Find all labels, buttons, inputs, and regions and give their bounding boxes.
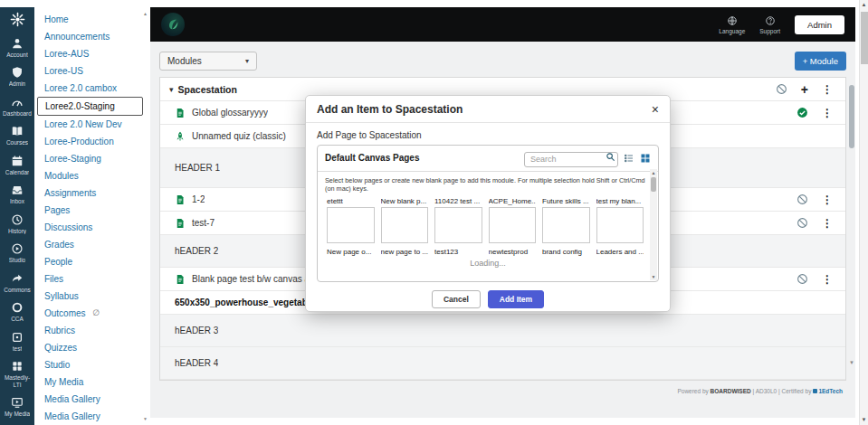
list-view-icon[interactable] [624,153,634,164]
sidebar-item-media-gallery[interactable]: Media Gallery [34,391,150,408]
unpublished-icon[interactable] [776,83,787,95]
sidebar-item-studio[interactable]: Studio [34,356,150,373]
unpublished-icon[interactable] [796,217,808,229]
cancel-button[interactable]: Cancel [432,290,481,308]
rail-item-cca[interactable]: CCA [0,297,34,326]
hidden-icon: ∅ [93,308,100,319]
sidebar-item-syllabus[interactable]: Syllabus [34,288,150,305]
sidebar-scroll-down-icon[interactable]: ▼ [143,416,148,421]
page-card-title: ACPE_Home... [489,197,537,205]
sidebar-item-loree-2-0-cambox[interactable]: Loree 2.0 cambox [34,80,150,97]
sidebar-item-rubrics[interactable]: Rubrics [34,322,150,339]
close-icon[interactable]: × [652,102,659,117]
page-card-title: etettt [327,197,375,205]
rail-item-label: Studio [9,257,25,263]
page-card[interactable]: etettt [327,197,375,243]
sidebar-item-my-media[interactable]: My Media [34,373,150,391]
rail-item-test[interactable]: test [0,326,34,355]
sidebar-item-quizzes[interactable]: Quizzes [34,339,150,356]
rail-item-history[interactable]: History [0,209,34,238]
page-card[interactable]: newtestprod [489,248,537,256]
search-input[interactable] [524,152,618,167]
collapse-caret-icon[interactable]: ▾ [169,85,174,94]
panel-scrollbar[interactable]: ▲ ▼ [650,169,657,280]
sidebar-scroll-up-icon[interactable]: ▲ [143,11,148,16]
page-scroll-down-icon[interactable]: ▼ [862,415,867,425]
unpublished-icon[interactable] [796,194,808,205]
grid-view-icon[interactable] [640,153,651,164]
quiz-icon [175,131,186,142]
logo-icon [10,12,25,27]
published-icon[interactable] [796,107,808,118]
rail-item-courses[interactable]: Courses [0,120,34,149]
page-card[interactable]: Future skills ... [542,197,590,243]
kebab-menu-icon[interactable]: ⋮ [822,274,833,285]
rail-item-dashboard[interactable]: Dashboard [0,91,34,120]
page-card[interactable]: New page o... [327,248,375,256]
sidebar-item-loree-us[interactable]: Loree-US [34,62,150,80]
content-scrollbar-thumb[interactable] [849,85,854,148]
unpublished-icon[interactable] [796,273,808,285]
page-card[interactable]: new page to ... [381,248,429,256]
sidebar-item-assignments[interactable]: Assignments [34,184,150,202]
sidebar-item-modules[interactable]: Modules [34,167,150,184]
page-card[interactable]: test123 [434,248,482,256]
rail-item-logo[interactable] [0,7,34,33]
rail-item-account[interactable]: Account [0,33,34,61]
sidebar-item-outcomes[interactable]: Outcomes∅ [34,305,150,322]
page-card[interactable]: New blank p... [381,197,429,243]
rail-item-commons[interactable]: Commons [0,268,34,297]
admin-button[interactable]: Admin [795,15,844,34]
page-card[interactable]: 110422 test ... [434,197,482,243]
sidebar-item-loree-staging[interactable]: Loree-Staging [34,150,150,167]
search-icon[interactable] [606,152,615,162]
sidebar-item-media-gallery[interactable]: Media Gallery [34,408,150,425]
kebab-menu-icon[interactable]: ⋮ [822,218,833,229]
scroll-down-icon[interactable]: ▼ [652,273,656,280]
sidebar-item-people[interactable]: People [34,253,150,270]
support-button[interactable]: Support [759,15,780,34]
module-item-title[interactable]: Global glossaryyyy [192,108,268,118]
certifier-brand: 1EdTech [818,388,843,394]
calendar-icon [11,155,24,167]
kebab-menu-icon[interactable]: ⋮ [822,84,833,95]
page-card[interactable]: Leaders and ... [596,248,644,256]
sidebar-item-announcements[interactable]: Announcements [34,28,150,45]
sidebar-item-pages[interactable]: Pages [34,202,150,219]
sidebar-item-loree-aus[interactable]: Loree-AUS [34,45,150,62]
modules-dropdown[interactable]: Modules ▾ [159,52,257,71]
sidebar-item-loree2-0-staging[interactable]: Loree2.0-Staging [37,97,143,116]
rail-item-inbox[interactable]: Inbox [0,179,34,208]
add-module-button[interactable]: + Module [795,52,846,71]
add-item-button[interactable]: Add Item [488,290,544,308]
page-card[interactable]: ACPE_Home... [489,197,537,243]
page-scroll-up-icon[interactable]: ▲ [862,0,867,10]
scroll-up-icon[interactable]: ▲ [652,169,656,176]
sidebar-item-files[interactable]: Files [34,270,150,288]
sidebar-item-discussions[interactable]: Discussions [34,219,150,236]
rail-item-studio[interactable]: Studio [0,238,34,267]
sidebar-item-loree-production[interactable]: Loree-Production [34,133,150,150]
kebab-menu-icon[interactable]: ⋮ [822,108,833,118]
rail-item-admin[interactable]: Admin [0,61,34,90]
rail-item-mastedly-lti[interactable]: Mastedly-LTI [0,355,34,392]
loading-text: Loading... [318,256,658,268]
page-card[interactable]: test my blan... [596,197,644,243]
content-scroll-down-icon[interactable]: ▼ [849,360,854,365]
add-item-icon[interactable]: + [801,83,808,96]
module-item-title[interactable]: 1-2 [192,194,205,204]
page-scrollbar-thumb[interactable] [861,12,868,64]
module-item-title[interactable]: Unnamed quiz (classic) [192,131,286,141]
sidebar-item-home[interactable]: Home [34,11,150,28]
rail-item-my-media[interactable]: My Media [0,392,34,420]
page-card[interactable]: brand config [542,248,590,256]
module-item-title[interactable]: test-7 [192,218,215,228]
rail-item-calendar[interactable]: Calendar [0,150,34,179]
sidebar-item-loree-2-0-new-dev[interactable]: Loree 2.0 New Dev [34,116,150,133]
sidebar-item-grades[interactable]: Grades [34,236,150,253]
globe-icon [727,15,738,26]
kebab-menu-icon[interactable]: ⋮ [822,194,833,205]
language-button[interactable]: Language [719,15,745,34]
scrollbar-thumb[interactable] [651,177,656,192]
page-scrollbar[interactable]: ▲ ▼ [859,0,868,425]
